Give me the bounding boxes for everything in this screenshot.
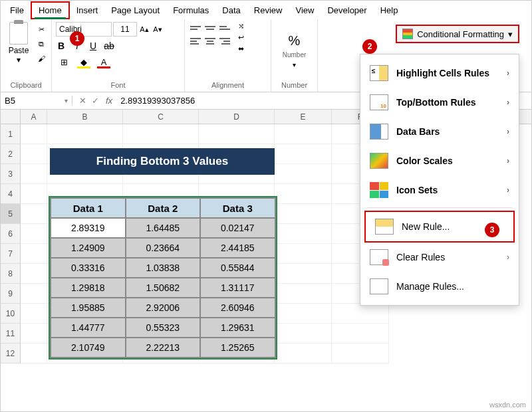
wrap-text-button[interactable]: ↩ — [238, 33, 244, 42]
annotation-2: 2 — [362, 39, 377, 54]
cell-d9[interactable]: 2.60946 — [200, 298, 275, 318]
col-header-e[interactable]: E — [275, 110, 332, 124]
format-painter-button[interactable]: 🖌 — [35, 52, 47, 64]
accept-formula-button[interactable]: ✓ — [92, 96, 99, 106]
row-header-3[interactable]: 3 — [1, 164, 21, 184]
merge-button[interactable]: ⬌ — [238, 45, 244, 53]
header-data2[interactable]: Data 2 — [126, 198, 201, 218]
cf-icon-sets[interactable]: Icon Sets › — [360, 175, 519, 205]
data-table[interactable]: Data 1 Data 2 Data 3 2.893191.644850.021… — [50, 197, 276, 358]
col-header-b[interactable]: B — [47, 110, 123, 124]
cf-manage-rules[interactable]: Manage Rules... — [360, 272, 519, 301]
cut-button[interactable]: ✂ — [35, 23, 47, 35]
row-header-9[interactable]: 9 — [1, 284, 21, 304]
clear-rules-icon — [370, 249, 388, 265]
align-center[interactable] — [203, 35, 217, 47]
chevron-down-icon[interactable]: ▾ — [293, 61, 296, 68]
cell-c11[interactable]: 2.22213 — [126, 338, 201, 358]
name-box[interactable]: B5 ▾ — [1, 96, 72, 106]
tab-formulas[interactable]: Formulas — [166, 3, 215, 18]
strike-button[interactable]: ab — [104, 41, 114, 51]
conditional-formatting-button[interactable]: Conditional Formatting ▾ — [396, 25, 519, 43]
menu-bar: File Home Insert Page Layout Formulas Da… — [1, 1, 531, 19]
align-middle[interactable] — [203, 22, 217, 34]
conditional-formatting-menu: Highlight Cells Rules › Top/Bottom Rules… — [360, 54, 519, 306]
font-color-button[interactable]: A — [96, 55, 112, 68]
tab-help[interactable]: Help — [374, 3, 405, 18]
group-clipboard: Paste ▾ ✂ ⧉ 🖌 Clipboard — [1, 19, 52, 92]
cell-b8[interactable]: 1.29818 — [51, 278, 126, 298]
paste-button[interactable]: Paste ▾ — [5, 22, 33, 64]
cell-b11[interactable]: 2.10749 — [51, 338, 126, 358]
cancel-formula-button[interactable]: ✕ — [79, 96, 86, 106]
row-header-6[interactable]: 6 — [1, 224, 21, 244]
header-data3[interactable]: Data 3 — [200, 198, 275, 218]
decrease-font-button[interactable]: A▾ — [152, 22, 164, 37]
row-header-2[interactable]: 2 — [1, 144, 21, 164]
cf-highlight-cells-rules[interactable]: Highlight Cells Rules › — [360, 58, 519, 88]
cell-b5[interactable]: 2.89319 — [51, 218, 126, 238]
underline-button[interactable]: U — [88, 41, 98, 51]
select-all-corner[interactable] — [1, 110, 21, 124]
row-header-12[interactable]: 12 — [1, 344, 21, 363]
percent-button[interactable]: % — [289, 33, 301, 49]
cell-b6[interactable]: 1.24909 — [51, 238, 126, 258]
font-name-input[interactable] — [56, 22, 112, 37]
cell-d7[interactable]: 0.55844 — [200, 258, 275, 278]
group-number: % Number ▾ Number — [271, 19, 318, 92]
cell-c9[interactable]: 2.92006 — [126, 298, 201, 318]
borders-button[interactable]: ⊞ — [56, 55, 72, 68]
row-header-7[interactable]: 7 — [1, 244, 21, 264]
highlight-cells-icon — [370, 65, 388, 81]
cell-b10[interactable]: 1.44777 — [51, 318, 126, 338]
cell-c5[interactable]: 1.64485 — [126, 218, 201, 238]
cell-d11[interactable]: 1.25265 — [200, 338, 275, 358]
header-data1[interactable]: Data 1 — [51, 198, 126, 218]
cf-clear-rules[interactable]: Clear Rules › — [360, 243, 519, 272]
row-header-4[interactable]: 4 — [1, 184, 21, 204]
cell-c6[interactable]: 0.23664 — [126, 238, 201, 258]
fx-icon[interactable]: fx — [106, 96, 116, 106]
row-header-10[interactable]: 10 — [1, 304, 21, 324]
cell-d5[interactable]: 0.02147 — [200, 218, 275, 238]
cell-b7[interactable]: 0.33316 — [51, 258, 126, 278]
row-header-5[interactable]: 5 — [1, 204, 21, 224]
tab-developer[interactable]: Developer — [321, 3, 373, 18]
formula-input[interactable]: 2.89319393037856 — [116, 96, 195, 106]
cell-d8[interactable]: 1.31117 — [200, 278, 275, 298]
cf-color-scales[interactable]: Color Scales › — [360, 146, 519, 175]
fill-color-button[interactable]: ◆ — [76, 55, 92, 68]
col-header-a[interactable]: A — [21, 110, 47, 124]
clipboard-icon — [9, 22, 28, 45]
chevron-right-icon: › — [507, 98, 509, 107]
cell-d10[interactable]: 1.29631 — [200, 318, 275, 338]
cf-top-bottom-rules[interactable]: Top/Bottom Rules › — [360, 88, 519, 117]
tab-home[interactable]: Home — [31, 1, 70, 19]
align-right[interactable] — [218, 35, 231, 47]
col-header-c[interactable]: C — [123, 110, 199, 124]
copy-button[interactable]: ⧉ — [35, 38, 47, 50]
orientation-button[interactable]: ⤭ — [238, 22, 244, 31]
tab-file[interactable]: File — [3, 3, 31, 18]
align-left[interactable] — [189, 35, 202, 47]
row-header-11[interactable]: 11 — [1, 324, 21, 344]
align-bottom[interactable] — [218, 22, 231, 34]
cell-d6[interactable]: 2.44185 — [200, 238, 275, 258]
cell-c7[interactable]: 1.03838 — [126, 258, 201, 278]
col-header-d[interactable]: D — [199, 110, 275, 124]
cell-c10[interactable]: 0.55323 — [126, 318, 201, 338]
row-header-8[interactable]: 8 — [1, 264, 21, 284]
tab-view[interactable]: View — [289, 3, 321, 18]
cell-c8[interactable]: 1.50682 — [126, 278, 201, 298]
cell-b9[interactable]: 1.95885 — [51, 298, 126, 318]
row-header-1[interactable]: 1 — [1, 124, 21, 144]
bold-button[interactable]: B — [56, 41, 66, 51]
font-size-input[interactable] — [113, 22, 137, 37]
tab-data[interactable]: Data — [215, 3, 247, 18]
tab-insert[interactable]: Insert — [70, 3, 105, 18]
tab-page-layout[interactable]: Page Layout — [104, 3, 166, 18]
tab-review[interactable]: Review — [247, 3, 289, 18]
increase-font-button[interactable]: A▴ — [138, 22, 150, 37]
cf-data-bars[interactable]: Data Bars › — [360, 117, 519, 146]
align-top[interactable] — [189, 22, 202, 34]
